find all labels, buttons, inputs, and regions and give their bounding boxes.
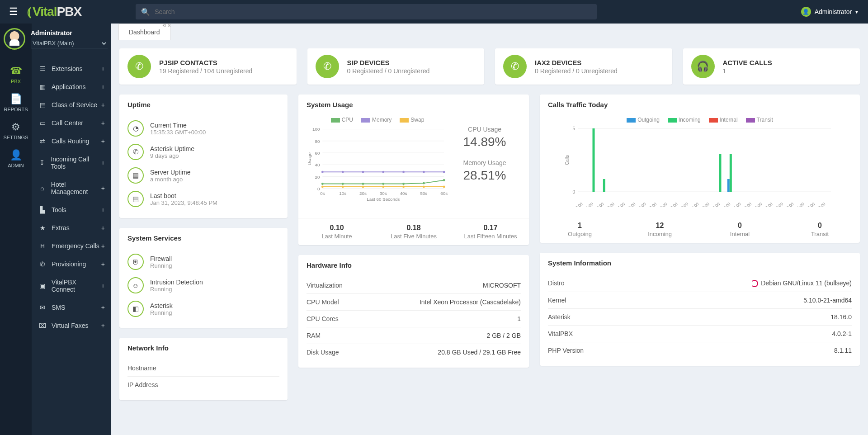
stat-icon: ✆ [503, 55, 527, 78]
menu-label: Emergency Calls [52, 242, 99, 250]
network-row: IP Address [127, 376, 279, 393]
info-sub: 15:35:33 GMT+00:00 [150, 129, 206, 136]
menu-class-of-service[interactable]: ▤Class of Service+ [32, 96, 111, 114]
menu-virtual-faxes[interactable]: ⌧Virtual Faxes+ [32, 317, 111, 335]
kv-key: RAM [307, 332, 321, 339]
stat-active-calls[interactable]: 🎧ACTIVE CALLS1 [683, 48, 860, 85]
calls-chart: 05Calls00:0001:0002:0003:0004:0005:0006:… [548, 126, 852, 207]
sysusage-chart: CPU Memory Swap 0204060801000s10s20s30s4… [307, 117, 448, 207]
menu-tools[interactable]: ▙Tools+ [32, 201, 111, 219]
menu-label: Class of Service [52, 101, 97, 109]
menu-incoming-call-tools[interactable]: ↧Incoming Call Tools+ [32, 150, 111, 175]
stat-sub: 0 Registered / 0 Unregistered [347, 67, 430, 75]
svg-point-28 [321, 171, 324, 173]
rail-admin[interactable]: 👤ADMIN [0, 144, 32, 172]
expand-icon: + [101, 101, 105, 109]
user-menu[interactable]: 👤 Administrator ▼ [801, 7, 859, 17]
svg-text:06:00: 06:00 [636, 202, 647, 207]
expand-icon: + [101, 206, 105, 213]
sysinfo-title: System Information [540, 253, 860, 273]
svg-point-38 [382, 186, 384, 188]
info-title: Last boot [150, 192, 217, 199]
svg-text:Last 60 Seconds: Last 60 Seconds [367, 197, 400, 202]
menu-label: Virtual Faxes [52, 322, 88, 329]
sysinfo-row: Kernel5.10.0-21-amd64 [548, 292, 852, 308]
menu-extras[interactable]: ★Extras+ [32, 219, 111, 237]
expand-icon: + [101, 137, 105, 145]
kv-key: Virtualization [307, 282, 343, 289]
svg-text:60: 60 [315, 151, 320, 156]
calls-footer-cell: 12Incoming [620, 216, 700, 243]
logo[interactable]: ⦅VitalPBX [27, 5, 81, 19]
stat-sub: 0 Registered / 0 Unregistered [535, 67, 618, 75]
svg-point-27 [443, 179, 445, 181]
svg-text:07:00: 07:00 [647, 202, 658, 207]
menu-label: Calls Routing [52, 137, 89, 145]
kv-key: PHP Version [548, 347, 584, 354]
rail-pbx[interactable]: ☎PBX [0, 60, 32, 88]
menu-icon: ▦ [38, 83, 47, 90]
icon-rail: ☎PBX📄REPORTS⚙SETTINGS👤ADMIN [0, 24, 32, 435]
menu-applications[interactable]: ▦Applications+ [32, 78, 111, 96]
info-title: Current Time [150, 122, 206, 129]
menu-sms[interactable]: ✉SMS+ [32, 298, 111, 317]
calls-label: Incoming [620, 231, 700, 237]
menu-call-center[interactable]: ▭Call Center+ [32, 114, 111, 132]
svg-text:05:00: 05:00 [626, 202, 637, 207]
info-item: ⛨FirewallRunning [127, 250, 279, 274]
tab-dashboard[interactable]: ⟲✕ Dashboard [118, 24, 170, 40]
kv-val: 1 [517, 315, 521, 322]
svg-point-41 [443, 186, 445, 188]
calls-legend: Outgoing Incoming Internal Transit [548, 117, 852, 123]
menu-icon: ✆ [38, 260, 47, 268]
calls-footer-cell: 1Outgoing [540, 216, 620, 243]
uptime-title: Uptime [119, 95, 288, 115]
tenant-select[interactable]: VitalPBX (Main) [31, 38, 108, 48]
tab-refresh-icon[interactable]: ⟲ [162, 24, 166, 28]
kv-val: 4.0.2-1 [832, 330, 852, 337]
menu-vitalpbx-connect[interactable]: ▣VitalPBX Connect+ [32, 273, 111, 298]
stat-sub: 1 [723, 67, 772, 75]
avatar-icon: 👤 [801, 7, 811, 17]
search-box[interactable]: 🔍 [136, 4, 597, 19]
topbar: ☰ ⦅VitalPBX 🔍 👤 Administrator ▼ [0, 0, 868, 24]
menu-icon: ▭ [38, 119, 47, 127]
svg-rect-63 [719, 154, 722, 192]
menu-icon: ↧ [38, 159, 46, 166]
svg-text:09:00: 09:00 [668, 202, 679, 207]
menu-label: Call Center [52, 119, 83, 127]
rail-settings[interactable]: ⚙SETTINGS [0, 116, 32, 144]
menu-calls-routing[interactable]: ⇄Calls Routing+ [32, 132, 111, 150]
stat-pjsip-contacts[interactable]: ✆PJSIP CONTACTS19 Registered / 104 Unreg… [119, 48, 297, 85]
hardware-panel: Hardware Info VirtualizationMICROSOFTCPU… [298, 255, 529, 368]
kv-val: 8.1.11 [834, 347, 852, 354]
kv-val: 20.8 GB Used / 29.1 GB Free [438, 349, 521, 356]
info-item: ▤Last bootJan 31, 2023, 9:48:45 PM [127, 187, 279, 211]
menu-hotel-management[interactable]: ⌂Hotel Management+ [32, 175, 111, 201]
search-input[interactable] [155, 8, 591, 15]
svg-text:Usage: Usage [307, 152, 312, 165]
expand-icon: + [101, 119, 105, 127]
hamburger-icon[interactable]: ☰ [0, 6, 27, 18]
svg-point-39 [402, 186, 405, 188]
svg-point-31 [382, 171, 384, 173]
svg-point-22 [342, 183, 344, 185]
menu-extensions[interactable]: ☰Extensions+ [32, 60, 111, 78]
svg-text:23:00: 23:00 [816, 202, 826, 207]
svg-point-26 [423, 182, 425, 184]
stat-sip-devices[interactable]: ✆SIP DEVICES0 Registered / 0 Unregistere… [307, 48, 485, 85]
sysusage-title: System Usage [298, 95, 529, 115]
sysinfo-panel: System Information DistroDebian GNU/Linu… [540, 253, 860, 366]
stat-iax2-devices[interactable]: ✆IAX2 DEVICES0 Registered / 0 Unregister… [495, 48, 672, 85]
menu-provisioning[interactable]: ✆Provisioning+ [32, 255, 111, 273]
tab-close-icon[interactable]: ✕ [167, 24, 171, 28]
menu-emergency-calls[interactable]: HEmergency Calls+ [32, 237, 111, 255]
hardware-row: CPU Cores1 [307, 310, 521, 327]
svg-text:30s: 30s [380, 191, 387, 196]
kv-val: Debian GNU/Linux 11 (bullseye) [751, 279, 852, 287]
stat-row: ✆PJSIP CONTACTS19 Registered / 104 Unreg… [119, 48, 860, 85]
kv-key: Disk Usage [307, 349, 339, 356]
rail-reports[interactable]: 📄REPORTS [0, 88, 32, 116]
svg-point-29 [342, 171, 344, 173]
menu-icon: ▙ [38, 206, 47, 213]
